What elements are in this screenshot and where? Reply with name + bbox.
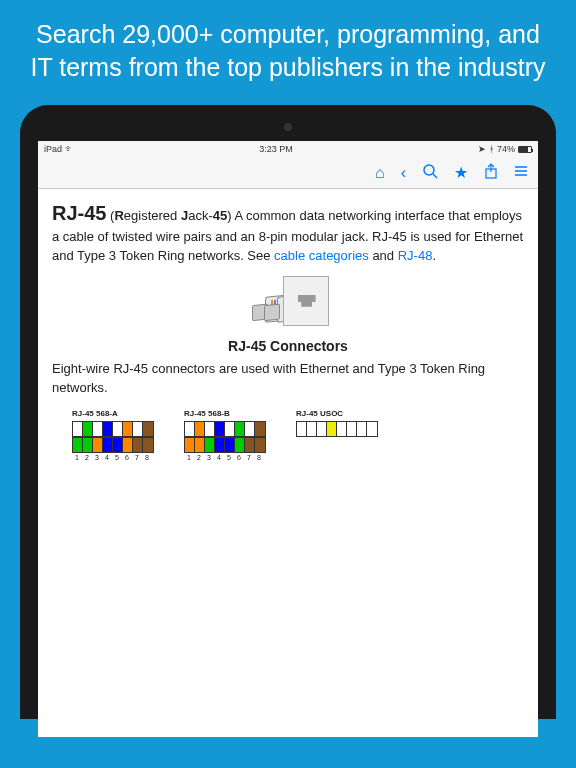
menu-icon[interactable] — [514, 164, 528, 182]
connector-diagram — [52, 276, 524, 326]
rj45-jack-illustration — [283, 276, 329, 326]
toolbar: ⌂ ‹ ★ — [38, 157, 538, 189]
home-icon[interactable]: ⌂ — [375, 164, 385, 182]
carrier-label: iPad — [44, 144, 62, 154]
term-title: RJ-45 — [52, 202, 106, 224]
bluetooth-icon: ᚼ — [489, 144, 494, 154]
article-content: RJ-45 (Registered Jack-45) A common data… — [38, 189, 538, 473]
location-icon: ➤ — [478, 144, 486, 154]
pinout-568b: RJ-45 568-B 12345678 — [184, 408, 266, 464]
diagram-description: Eight-wire RJ-45 connectors are used wit… — [52, 360, 524, 398]
svg-line-1 — [433, 174, 437, 178]
pinout-568a: RJ-45 568-A 12345678 — [72, 408, 154, 464]
battery-pct: 74% — [497, 144, 515, 154]
status-bar: iPad ᯤ 3:23 PM ➤ ᚼ 74% — [38, 141, 538, 157]
favorite-icon[interactable]: ★ — [454, 163, 468, 182]
pinout-diagrams: RJ-45 568-A 12345678 RJ-45 568-B 1234567… — [52, 408, 524, 464]
pinout-usoc: RJ-45 USOC — [296, 408, 378, 464]
back-icon[interactable]: ‹ — [401, 164, 406, 182]
svg-point-0 — [424, 165, 434, 175]
screen: iPad ᯤ 3:23 PM ➤ ᚼ 74% ⌂ ‹ ★ RJ-45 (Regi… — [38, 141, 538, 737]
share-icon[interactable] — [484, 163, 498, 183]
camera-dot — [284, 123, 292, 131]
wifi-icon: ᯤ — [65, 144, 74, 154]
diagram-caption: RJ-45 Connectors — [52, 336, 524, 356]
clock: 3:23 PM — [259, 144, 293, 154]
battery-icon — [518, 146, 532, 153]
link-cable-categories[interactable]: cable categories — [274, 248, 369, 263]
definition: RJ-45 (Registered Jack-45) A common data… — [52, 199, 524, 266]
link-rj48[interactable]: RJ-48 — [398, 248, 433, 263]
promo-headline: Search 29,000+ computer, programming, an… — [0, 0, 576, 105]
search-icon[interactable] — [422, 163, 438, 183]
tablet-frame: iPad ᯤ 3:23 PM ➤ ᚼ 74% ⌂ ‹ ★ RJ-45 (Regi… — [20, 105, 556, 719]
